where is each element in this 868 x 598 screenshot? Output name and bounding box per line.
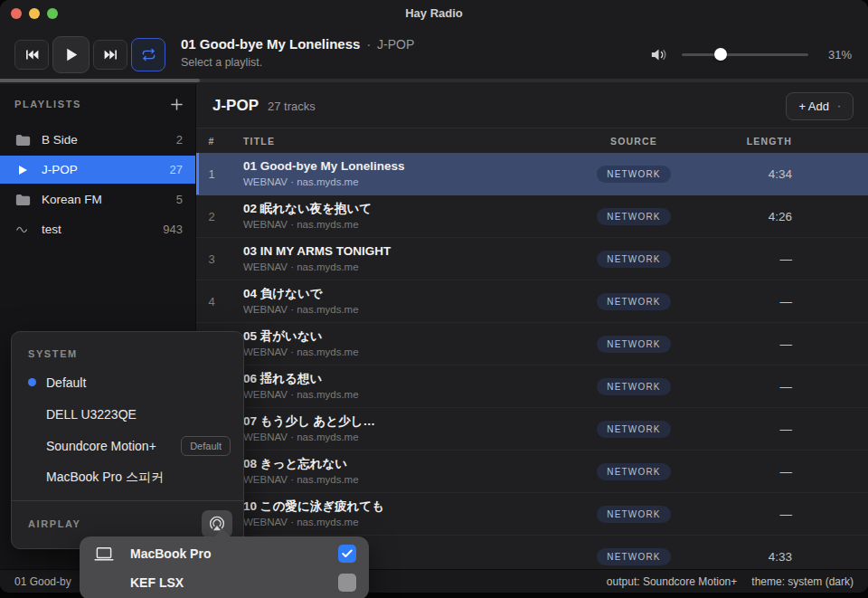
playlist-count: 5: [176, 193, 183, 206]
output-device-item[interactable]: MacBook Pro 스피커: [12, 461, 243, 493]
table-row[interactable]: 3 03 IN MY ARMS TONIGHT WEBNAV · nas.myd…: [196, 238, 868, 280]
previous-icon: [25, 49, 39, 61]
track-title: 06 揺れる想い: [243, 371, 575, 387]
source-badge: NETWORK: [597, 378, 671, 395]
add-menu-caret: ·: [837, 102, 841, 109]
previous-track-button[interactable]: [14, 40, 49, 70]
track-panel: J-POP 27 tracks + Add · # TITLE SOURCE L…: [196, 84, 868, 569]
next-track-button[interactable]: [93, 40, 127, 70]
folder-icon: [15, 134, 31, 147]
track-title: 04 負けないで: [243, 286, 575, 302]
playlist-name: Korean FM: [42, 193, 176, 206]
track-title: 08 きっと忘れない: [243, 456, 575, 472]
track-length: —: [729, 380, 792, 394]
volume-slider-track: [682, 53, 808, 56]
source-badge: NETWORK: [597, 463, 671, 480]
playlist-count: 2: [176, 133, 183, 147]
now-playing-info: 01 Good-bye My Loneliness·J-POP Select a…: [181, 36, 414, 69]
track-subtitle: WEBNAV · nas.myds.me: [243, 218, 575, 232]
track-number: 1: [196, 167, 227, 181]
app-window: Hay Radio: [0, 0, 868, 593]
device-list: Default DELL U3223QE Soundcore Motion+ D…: [12, 366, 243, 493]
track-title-cell: 05 君がいない WEBNAV · nas.myds.me: [227, 328, 575, 359]
sidebar-playlist-item[interactable]: Korean FM 5: [0, 185, 195, 214]
table-row[interactable]: 07 もう少し あと少し… WEBNAV · nas.myds.me NETWO…: [196, 408, 868, 451]
track-number: 4: [196, 295, 227, 308]
source-badge: NETWORK: [597, 251, 671, 268]
source-badge: NETWORK: [597, 548, 671, 565]
track-title: 02 眠れない夜を抱いて: [243, 201, 575, 217]
source-badge: NETWORK: [597, 336, 671, 353]
track-source-cell: NETWORK: [575, 547, 693, 565]
track-title-cell: 07 もう少し あと少し… WEBNAV · nas.myds.me: [227, 413, 575, 444]
table-row[interactable]: 2 02 眠れない夜を抱いて WEBNAV · nas.myds.me NETW…: [196, 195, 868, 238]
volume-slider-thumb[interactable]: [714, 48, 727, 61]
wave-icon: [16, 226, 29, 233]
airplay-checkbox[interactable]: [338, 574, 356, 592]
playlist-icon: [14, 133, 31, 147]
add-track-button[interactable]: + Add ·: [786, 92, 854, 120]
track-source-cell: NETWORK: [575, 292, 693, 310]
playlist-name: J-POP: [42, 163, 170, 176]
sidebar-playlist-item[interactable]: B Side 2: [0, 126, 195, 154]
track-count: 27 tracks: [268, 100, 786, 113]
repeat-button[interactable]: [131, 38, 165, 71]
track-subtitle: WEBNAV · nas.myds.me: [243, 261, 575, 274]
table-row[interactable]: 4 04 負けないで WEBNAV · nas.myds.me NETWORK …: [196, 280, 868, 323]
device-name: Default: [46, 375, 231, 390]
playlist-title: J-POP: [212, 97, 259, 115]
status-theme: theme: system (dark): [751, 575, 854, 588]
playlist-name: B Side: [42, 133, 176, 147]
output-device-item[interactable]: Soundcore Motion+ Default: [12, 430, 243, 461]
sidebar-playlist-item[interactable]: test 943: [0, 215, 195, 243]
airplay-checkbox[interactable]: [338, 545, 356, 563]
track-source-cell: NETWORK: [575, 165, 693, 183]
play-button[interactable]: [52, 36, 90, 73]
table-row[interactable]: 08 きっと忘れない WEBNAV · nas.myds.me NETWORK …: [196, 451, 868, 493]
table-row[interactable]: 10 この愛に泳ぎ疲れても WEBNAV · nas.myds.me NETWO…: [196, 493, 868, 536]
source-badge: NETWORK: [597, 293, 671, 310]
add-playlist-button[interactable]: [171, 99, 183, 110]
track-length: —: [729, 508, 792, 521]
playlist-list: B Side 2 J-POP 27: [0, 126, 195, 243]
playlist-icon: [14, 223, 31, 237]
track-source-cell: NETWORK: [575, 505, 693, 523]
track-subtitle: WEBNAV · nas.myds.me: [243, 176, 575, 189]
track-length: —: [729, 337, 792, 351]
source-badge: NETWORK: [597, 166, 671, 183]
table-row[interactable]: 1 01 Good-bye My Loneliness WEBNAV · nas…: [196, 153, 868, 195]
track-subtitle: WEBNAV · nas.myds.me: [243, 388, 575, 402]
volume-control: 31%: [650, 40, 852, 69]
track-number: 3: [196, 252, 227, 266]
sidebar-playlist-item[interactable]: J-POP 27: [0, 156, 195, 184]
track-length: —: [729, 252, 792, 266]
volume-slider[interactable]: [682, 48, 808, 61]
header-num: #: [196, 136, 227, 147]
track-title: 05 君がいない: [243, 328, 575, 345]
table-header: # TITLE SOURCE LENGTH: [196, 128, 868, 155]
device-type-icon-slot: [94, 546, 130, 562]
track-title: 03 IN MY ARMS TONIGHT: [243, 243, 575, 260]
output-device-item[interactable]: DELL U3223QE: [12, 398, 243, 430]
status-output: output: Soundcore Motion+: [607, 575, 737, 588]
airplay-target-item[interactable]: MacBook Pro: [80, 539, 369, 568]
airplay-target-list: MacBook Pro KEF LSX: [80, 539, 369, 597]
laptop-icon: [94, 546, 114, 562]
folder-icon: [15, 194, 31, 206]
header-source: SOURCE: [575, 136, 693, 147]
track-title-cell: 03 IN MY ARMS TONIGHT WEBNAV · nas.myds.…: [227, 243, 575, 274]
table-row[interactable]: 06 揺れる想い WEBNAV · nas.myds.me NETWORK —: [196, 365, 868, 408]
device-name: DELL U3223QE: [46, 407, 231, 422]
track-length: —: [729, 422, 792, 436]
track-title: 10 この愛に泳ぎ疲れても: [243, 498, 575, 515]
output-device-item[interactable]: Default: [12, 366, 243, 398]
airplay-target-item[interactable]: KEF LSX: [80, 568, 369, 597]
sidebar-header: PLAYLISTS: [0, 84, 195, 124]
table-row[interactable]: 05 君がいない WEBNAV · nas.myds.me NETWORK —: [196, 323, 868, 365]
popover-divider: [12, 500, 243, 501]
seek-bar[interactable]: [0, 79, 868, 82]
player-bar: 01 Good-bye My Loneliness·J-POP Select a…: [0, 27, 868, 79]
playlist-count: 943: [163, 223, 183, 236]
airplay-device-name: KEF LSX: [130, 575, 338, 590]
track-title-cell: 10 この愛に泳ぎ疲れても WEBNAV · nas.myds.me: [227, 498, 575, 529]
